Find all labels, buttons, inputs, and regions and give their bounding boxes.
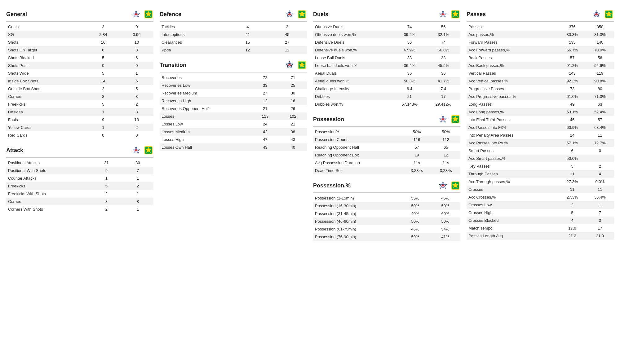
row-nor-value: 68.4%	[586, 124, 614, 131]
table-row: Defensive duels won,%67.9%60.8%	[313, 46, 460, 54]
row-cp-value: 21	[392, 93, 426, 100]
table-row: Long Passes4963	[467, 100, 614, 108]
row-nor-value: 3	[120, 108, 153, 116]
row-label: Yellow Cards	[6, 124, 86, 131]
row-label: Avg Possession Duration	[313, 159, 402, 167]
table-row: Red Cards00	[6, 131, 153, 139]
general-table: Goals30XG2.840.96Shots1610Shots On Targe…	[6, 23, 153, 139]
row-label: Losses High	[160, 136, 251, 143]
row-label: Defensive duels won,%	[313, 46, 392, 54]
nor-logo-trans-svg	[298, 61, 306, 69]
row-cp-value: 60.9%	[558, 124, 586, 131]
row-label: Losses	[160, 112, 251, 120]
section-general: General Goals30XG2.840.96Shots161	[6, 9, 153, 139]
row-label: Dead Time Sec	[313, 167, 402, 174]
row-cp-value: 49	[558, 100, 586, 108]
cp-logo-attack-svg	[132, 146, 140, 155]
column-1: General Goals30XG2.840.96Shots161	[6, 9, 153, 355]
row-cp-value: 3	[86, 23, 120, 31]
row-cp-value: 66.7%	[558, 46, 586, 54]
row-label: Recoveries Low	[160, 81, 251, 89]
row-label: Passes	[467, 23, 558, 31]
table-row: Interceptions4145	[160, 31, 307, 38]
row-nor-value: 21	[279, 120, 307, 128]
row-cp-value: 5	[558, 209, 586, 217]
row-cp-value: 4	[558, 217, 586, 224]
table-row: Defensive Duels5674	[313, 38, 460, 46]
row-cp-value: 2.84	[86, 31, 120, 38]
row-label: Through Passes	[467, 170, 558, 178]
row-label: Counter Attacks	[6, 174, 91, 182]
row-cp-value: 19	[402, 151, 432, 159]
row-nor-value: 74	[427, 38, 460, 46]
row-cp-value: 21	[251, 105, 279, 112]
table-row: Positional Attacks3130	[6, 159, 153, 167]
nor-logo-passes-svg	[604, 10, 613, 19]
attack-table: Positional Attacks3130Positional With Sh…	[6, 159, 153, 213]
row-nor-value: 1	[586, 201, 614, 209]
row-label: Shots	[6, 38, 86, 46]
row-label: Possession (16-30min)	[313, 202, 400, 210]
table-row: Reaching Opponent Half5765	[313, 143, 460, 151]
table-row: Offensive Duels7456	[313, 23, 460, 31]
row-cp-value: 57.1%	[558, 139, 586, 147]
row-cp-value: 4	[228, 23, 267, 31]
row-nor-value: 57	[586, 116, 614, 124]
defence-header: Defence	[160, 9, 307, 22]
nor-logo-general	[144, 9, 153, 19]
cp-logo-transition	[285, 60, 294, 70]
table-row: Freekicks52	[6, 182, 153, 190]
row-label: Possession (76-90min)	[313, 233, 400, 241]
table-row: Recoveries Low3325	[160, 81, 307, 89]
row-cp-value: 6	[558, 147, 586, 155]
table-row: Shots Blocked56	[6, 54, 153, 62]
row-label: Offensive duels won,%	[313, 31, 392, 38]
row-nor-value: 6	[120, 54, 153, 62]
row-cp-value: 0	[86, 131, 120, 139]
row-nor-value: 119	[586, 69, 614, 77]
row-label: Reaching Opponent Half	[313, 143, 402, 151]
row-label: Acc Crosses,%	[467, 193, 558, 201]
row-nor-value: 3	[268, 23, 307, 31]
row-cp-value: 58.3%	[392, 77, 426, 85]
row-cp-value: 0	[86, 62, 120, 69]
row-label: Aerial Duals	[313, 69, 392, 77]
section-duels: Duels Offensive Duels7456Offensiv	[313, 9, 460, 108]
row-label: Challenge Intensity	[313, 85, 392, 93]
nor-logo-attack-svg	[144, 146, 153, 155]
row-cp-value: 15	[228, 38, 267, 46]
row-nor-value: 41%	[430, 233, 460, 241]
cp-logo-possession-pct	[438, 181, 448, 191]
row-cp-value: 36	[392, 69, 426, 77]
row-label: Crosses High	[467, 209, 558, 217]
table-row: Clearances1527	[160, 38, 307, 46]
table-row: Acc Back passes,%91.2%94.6%	[467, 62, 614, 69]
row-nor-value: 30	[279, 89, 307, 97]
row-cp-value: 43	[251, 143, 279, 151]
table-row: Recoveries Medium2730	[160, 89, 307, 97]
row-label: Recoveries High	[160, 97, 251, 105]
row-cp-value: 72	[251, 74, 279, 81]
row-cp-value: 39.2%	[392, 31, 426, 38]
table-row: Acc Crosses,%27.3%36.4%	[467, 193, 614, 201]
row-label: Shots Wide	[6, 69, 86, 77]
row-nor-value: 32.1%	[427, 31, 460, 38]
row-nor-value: 27	[268, 38, 307, 46]
row-label: XG	[6, 31, 86, 38]
row-cp-value: 14	[558, 131, 586, 139]
nor-logo-duels	[450, 9, 460, 19]
row-cp-value: 50%	[402, 128, 432, 136]
row-nor-value: 112	[431, 136, 460, 143]
row-nor-value: 5	[120, 85, 153, 93]
row-nor-value: 2	[120, 124, 153, 131]
row-nor-value: 1	[122, 174, 153, 182]
row-label: Long Passes	[467, 100, 558, 108]
table-row: Corners With Shots21	[6, 205, 153, 213]
row-label: Passes Length Avg	[467, 232, 558, 240]
row-label: Loose Ball Duels	[313, 54, 392, 62]
table-row: Recoveries Opponent Half2126	[160, 105, 307, 112]
table-row: Into Final Third Passes4657	[467, 116, 614, 124]
row-label: Shots On Target	[6, 46, 86, 54]
row-label: Ppda	[160, 46, 228, 54]
row-label: Goals	[6, 23, 86, 31]
